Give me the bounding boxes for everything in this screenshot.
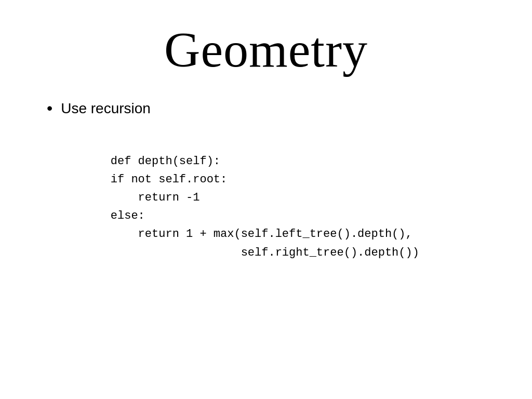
code-block: def depth(self): if not self.root: retur… [83,134,501,280]
slide-title: Geometry [31,21,501,78]
code-line-1: def depth(self): if not self.root: retur… [83,155,419,259]
bullet-item-recursion: • Use recursion [47,99,501,118]
bullet-list: • Use recursion [47,99,501,118]
bullet-dot: • [47,99,52,117]
bullet-text-recursion: Use recursion [61,99,151,118]
slide: Geometry • Use recursion def depth(self)… [0,0,532,399]
